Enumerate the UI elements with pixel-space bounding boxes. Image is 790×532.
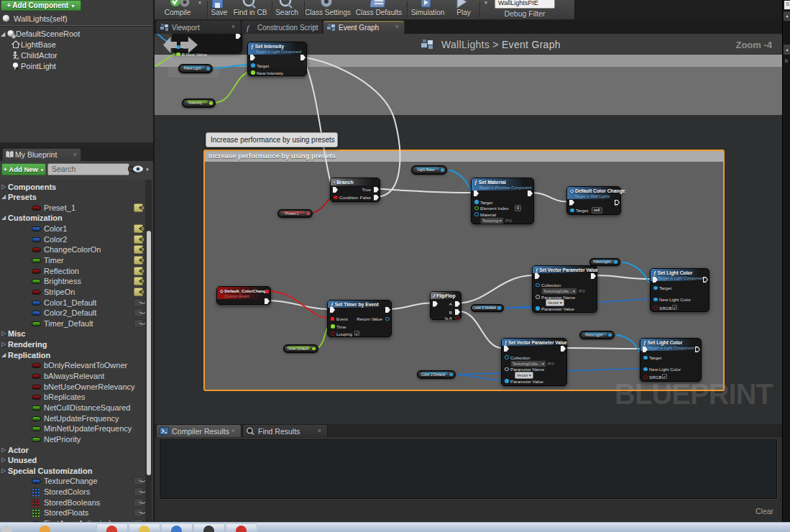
- variable-pill-color-1-default[interactable]: Color 1 Default: [471, 304, 504, 312]
- exec-pin[interactable]: [236, 34, 241, 39]
- data-pin[interactable]: [505, 355, 509, 359]
- scrollbar-thumb[interactable]: [147, 231, 151, 475]
- pill-output-pin[interactable]: [206, 67, 210, 70]
- eye-open-icon[interactable]: [134, 203, 143, 212]
- tab-viewport[interactable]: Viewport×: [156, 20, 241, 34]
- data-pin[interactable]: [653, 286, 658, 290]
- variable-pill-light-base[interactable]: Light Base: [411, 165, 447, 175]
- tab-compiler-results[interactable]: Compiler Results×: [156, 424, 242, 437]
- expander-icon[interactable]: ◢: [1, 31, 5, 37]
- category-unused[interactable]: ▷Unused: [0, 455, 145, 466]
- variable-pill-intensity[interactable]: Intensity: [182, 98, 216, 108]
- taskbar-app-icon[interactable]: [40, 526, 50, 532]
- variable-color1[interactable]: Color1: [0, 224, 145, 234]
- node-set-intensity[interactable]: ƒ Set IntensityTarget is Light Component…: [247, 42, 307, 76]
- exec-pin[interactable]: [374, 195, 379, 201]
- exec-pin[interactable]: [474, 191, 479, 196]
- exec-pin[interactable]: [535, 273, 540, 279]
- eye-closed-icon[interactable]: [134, 508, 143, 517]
- close-icon[interactable]: ×: [230, 428, 236, 434]
- variable-pill-point-light-0[interactable]: Point Light: [178, 64, 213, 73]
- value-box[interactable]: 0: [515, 205, 521, 211]
- variable-pill-timer-default[interactable]: Timer Default: [283, 344, 318, 353]
- pill-output-pin[interactable]: [312, 347, 316, 351]
- chevron-down-icon[interactable]: ▼: [145, 168, 150, 172]
- variable-timer[interactable]: Timer: [0, 255, 145, 266]
- pill-output-pin[interactable]: [614, 260, 617, 264]
- expander-icon[interactable]: ▷: [1, 183, 6, 190]
- variable-netupdatefrequency[interactable]: NetUpdateFrequency: [0, 413, 145, 424]
- chevron-down-icon[interactable]: ▼: [484, 1, 488, 5]
- node-branch[interactable]: ‹ BranchConditionTrueFalse: [330, 178, 380, 202]
- exec-pin[interactable]: [250, 55, 255, 60]
- exec-pin[interactable]: [504, 346, 509, 352]
- add-component-button[interactable]: + Add Component ▼: [1, 0, 81, 11]
- eye-open-icon[interactable]: [134, 288, 143, 296]
- class-defaults-button[interactable]: Class Defaults: [354, 0, 403, 19]
- exec-pin[interactable]: [615, 200, 620, 206]
- taskbar-app-icon[interactable]: [139, 526, 150, 532]
- component-tree-item-defaultsceneroot[interactable]: ◢DefaultSceneRoot: [0, 29, 153, 40]
- tab-event-graph[interactable]: Event Graph×: [323, 20, 405, 34]
- play-button[interactable]: Play▼: [439, 0, 488, 19]
- data-pin[interactable]: [643, 356, 648, 360]
- variable-bnetuseownerrelevancy[interactable]: bNetUseOwnerRelevancy: [0, 382, 145, 393]
- data-pin[interactable]: [536, 295, 540, 299]
- data-pin[interactable]: [331, 324, 335, 329]
- windows-taskbar[interactable]: [0, 522, 790, 532]
- eye-open-icon[interactable]: [134, 267, 143, 275]
- category-presets[interactable]: ◢Presets: [0, 192, 145, 203]
- category-rendering[interactable]: ▷Rendering: [0, 339, 145, 350]
- variable-storedfloats[interactable]: StoredFloats: [0, 508, 145, 518]
- add-new-button[interactable]: + Add New ▼: [1, 163, 46, 175]
- eye-open-icon[interactable]: [134, 256, 143, 265]
- data-pin[interactable]: [653, 298, 658, 302]
- variable-minnetupdatefrequency[interactable]: MinNetUpdateFrequency: [0, 423, 145, 434]
- expander-icon[interactable]: ▷: [1, 341, 6, 347]
- eye-closed-icon[interactable]: [134, 487, 143, 496]
- taskbar-app-icon[interactable]: [1, 526, 12, 532]
- close-icon[interactable]: ×: [230, 24, 236, 30]
- data-pin[interactable]: [474, 212, 479, 216]
- data-pin[interactable]: [536, 306, 540, 311]
- variable-color2[interactable]: Color2: [0, 234, 145, 245]
- close-icon[interactable]: ×: [394, 24, 400, 30]
- eye-open-icon[interactable]: [134, 235, 143, 244]
- exec-pin[interactable]: [300, 55, 306, 60]
- node-default-color-change-call[interactable]: ◇ Default Color ChangeTarget is Wall Lig…: [566, 186, 621, 215]
- expander-icon[interactable]: ▷: [1, 330, 6, 336]
- variable-color1-default[interactable]: Color1_Default: [0, 298, 145, 308]
- taskbar-app-icon[interactable]: [106, 526, 117, 532]
- variable-pill-point-light-1[interactable]: Point Light: [589, 258, 620, 266]
- data-pin[interactable]: [505, 367, 509, 372]
- exec-pin[interactable]: [385, 307, 390, 313]
- node-set-light-color-2[interactable]: ƒ Set Light ColorTarget is Light Compone…: [640, 338, 702, 382]
- data-pin[interactable]: [334, 196, 338, 200]
- pill-output-pin[interactable]: [306, 212, 310, 216]
- search-input[interactable]: Search: [47, 163, 129, 175]
- variable-pill-preset-1[interactable]: Preset 1: [277, 209, 313, 218]
- node-set-vector-param-1[interactable]: ƒ Set Vector Parameter ValueCollectionTe…: [532, 265, 597, 313]
- clear-button[interactable]: Clear: [755, 507, 773, 515]
- expander-icon[interactable]: ◢: [1, 214, 6, 221]
- data-pin[interactable]: [643, 367, 648, 372]
- variable-texturechange[interactable]: TextureChange: [0, 476, 145, 487]
- taskbar-app-icon[interactable]: [203, 526, 214, 532]
- browse-icon[interactable]: ⊙: [508, 219, 512, 223]
- node-default-colorchange-event[interactable]: ◇ Default_ColorChangeCustom Event: [216, 286, 271, 305]
- taskbar-app-icon[interactable]: [171, 526, 182, 532]
- node-set-material[interactable]: ƒ Set MaterialTarget is Primitive Compon…: [471, 178, 534, 224]
- category-components[interactable]: ▷Components: [0, 182, 145, 193]
- delegate-pin[interactable]: [331, 317, 334, 321]
- pill-output-pin[interactable]: [497, 306, 501, 310]
- exec-pin[interactable]: [569, 200, 574, 206]
- variable-brightness[interactable]: Brightness: [0, 276, 145, 287]
- exec-pin[interactable]: [433, 301, 438, 307]
- data-pin[interactable]: [251, 63, 255, 68]
- pill-output-pin[interactable]: [209, 101, 213, 105]
- checkbox[interactable]: ✓: [354, 331, 359, 336]
- component-tree-item-pointlight[interactable]: PointLight: [0, 61, 153, 72]
- data-pin[interactable]: [643, 375, 648, 380]
- data-pin[interactable]: [536, 283, 540, 288]
- category-customization[interactable]: ◢Customization: [0, 213, 145, 224]
